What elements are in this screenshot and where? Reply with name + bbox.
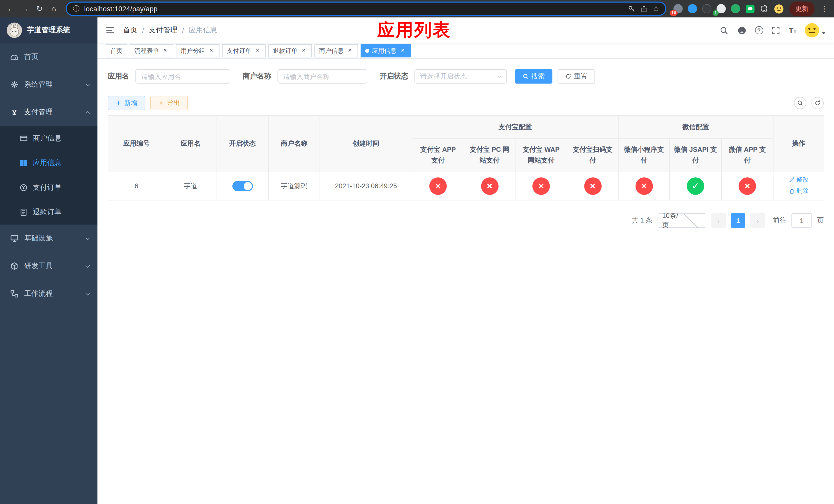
search-icon [523, 73, 529, 79]
status-select[interactable]: 请选择开启状态 [414, 69, 507, 84]
edit-link[interactable]: 修改 [789, 175, 809, 184]
goto-page-input[interactable] [791, 213, 812, 228]
close-icon[interactable]: × [161, 47, 169, 54]
share-icon[interactable] [638, 3, 650, 15]
browser-menu-kebab-icon[interactable]: ⋮ [819, 4, 830, 13]
yen-icon: ¥ [10, 108, 19, 117]
extension-icon-5[interactable] [729, 2, 742, 15]
sidebar-item-pay-order[interactable]: 支付订单 [0, 175, 97, 200]
merchant-name-input[interactable] [278, 69, 367, 84]
extension-icon-6[interactable] [743, 2, 756, 15]
sidebar-item-label: 工作流程 [24, 289, 53, 298]
hamburger-icon[interactable] [106, 26, 115, 35]
alipay-pc-status-icon: × [481, 177, 498, 195]
status-toggle[interactable] [232, 181, 253, 191]
url-bar[interactable]: ⓘ localhost:1024/pay/app ☆ [66, 2, 666, 16]
button-label: 导出 [167, 98, 180, 108]
site-info-icon[interactable]: ⓘ [73, 4, 80, 13]
bookmark-star-icon[interactable]: ☆ [650, 3, 662, 15]
navbar-actions: ? TT [719, 23, 826, 38]
gear-icon [10, 81, 19, 89]
app-logo-row[interactable]: 芋道管理系统 [0, 18, 97, 43]
extension-icon-1[interactable]: 10 [672, 2, 685, 15]
tab-label: 商户信息 [319, 46, 344, 55]
tab-refund-order[interactable]: 退款订单× [268, 44, 312, 58]
password-key-icon[interactable] [625, 3, 638, 15]
fullscreen-icon[interactable] [771, 25, 781, 36]
monitor-icon [10, 234, 19, 243]
column-group-alipay: 支付宝配置 [412, 116, 618, 139]
column-header-wx-jsapi: 微信 JSAPI 支付 [670, 139, 721, 172]
pagination: 共 1 条 10条/页 ‹ 1 › 前往 页 [108, 213, 824, 228]
column-header-alipay-qr: 支付宝扫码支付 [567, 139, 618, 172]
trash-icon [789, 188, 795, 194]
button-label: 新增 [124, 98, 137, 108]
breadcrumb-item[interactable]: 首页 [123, 26, 137, 35]
github-icon[interactable] [737, 25, 747, 36]
sidebar-item-home[interactable]: 首页 [0, 43, 97, 71]
column-header-app-name: 应用名 [165, 116, 216, 172]
export-button[interactable]: 导出 [150, 96, 188, 110]
sidebar-item-payment[interactable]: ¥ 支付管理 [0, 98, 97, 126]
wx-lite-status-icon: × [635, 177, 653, 195]
browser-home-button[interactable]: ⌂ [47, 2, 61, 15]
app-table: 应用编号 应用名 开启状态 商户名称 创建时间 支付宝配置 微信配置 操作 支付… [108, 115, 824, 201]
tab-label: 支付订单 [227, 46, 251, 55]
sidebar-item-infra[interactable]: 基础设施 [0, 225, 97, 252]
close-icon[interactable]: × [399, 47, 406, 54]
sidebar-item-label: 首页 [24, 52, 39, 62]
browser-update-button[interactable]: 更新 [789, 1, 814, 16]
close-icon[interactable]: × [208, 47, 215, 54]
extension-icon-2[interactable] [686, 2, 699, 15]
browser-forward-button[interactable]: → [19, 2, 32, 15]
extension-icon-3[interactable] [700, 2, 714, 15]
sidebar-item-label: 基础设施 [24, 234, 53, 243]
toggle-search-button[interactable] [794, 97, 806, 109]
cell-merchant-name: 芋道源码 [268, 172, 320, 200]
next-page-button[interactable]: › [750, 213, 765, 228]
column-header-status: 开启状态 [216, 116, 268, 172]
profile-avatar-icon[interactable] [772, 2, 785, 15]
sidebar-item-dev-tools[interactable]: 研发工具 [0, 252, 97, 280]
prev-page-button[interactable]: ‹ [711, 213, 726, 228]
column-header-alipay-app: 支付宝 APP 支付 [412, 139, 464, 172]
page-size-select[interactable]: 10条/页 [658, 213, 706, 228]
close-icon[interactable]: × [346, 47, 353, 54]
tab-process-form[interactable]: 流程表单× [130, 44, 173, 58]
sidebar: 芋道管理系统 首页 系统管理 ¥ 支付管理 商户信息 [0, 18, 97, 504]
help-question-icon[interactable]: ? [755, 26, 763, 35]
extension-icon-4[interactable]: 1 [715, 2, 728, 15]
close-icon[interactable]: × [300, 47, 307, 54]
add-button[interactable]: 新增 [108, 96, 145, 110]
status-label: 开启状态 [379, 72, 408, 81]
app-name-input[interactable] [135, 69, 230, 84]
search-button[interactable]: 搜索 [515, 69, 552, 84]
refresh-table-button[interactable] [811, 97, 824, 109]
button-label: 重置 [574, 72, 587, 81]
extension-badge: 10 [670, 10, 678, 16]
browser-reload-button[interactable]: ↻ [33, 2, 46, 15]
user-avatar[interactable] [804, 23, 826, 38]
tab-merchant-info[interactable]: 商户信息× [314, 44, 358, 58]
sidebar-item-refund-order[interactable]: 退款订单 [0, 200, 97, 225]
browser-back-button[interactable]: ← [4, 2, 18, 15]
close-icon[interactable]: × [254, 47, 261, 54]
filter-form: 应用名 商户名称 开启状态 请选择开启状态 搜索 重置 [108, 69, 824, 84]
sidebar-item-system[interactable]: 系统管理 [0, 71, 97, 98]
sidebar-item-label: 研发工具 [24, 261, 53, 271]
extensions-puzzle-icon[interactable] [758, 2, 771, 15]
delete-link[interactable]: 删除 [789, 186, 809, 196]
tab-app-info-active[interactable]: 应用信息× [360, 44, 411, 58]
app-logo [7, 23, 22, 38]
page-number-current[interactable]: 1 [731, 213, 745, 228]
reset-button[interactable]: 重置 [557, 69, 595, 84]
tab-pay-order[interactable]: 支付订单× [222, 44, 266, 58]
sidebar-item-app-info[interactable]: 应用信息 [0, 151, 97, 175]
tab-user-group[interactable]: 用户分组× [176, 44, 220, 58]
tab-home[interactable]: 首页 [106, 44, 127, 58]
search-icon[interactable] [719, 25, 729, 36]
sidebar-item-merchant-info[interactable]: 商户信息 [0, 126, 97, 151]
font-size-icon[interactable]: TT [789, 26, 796, 35]
sidebar-item-workflow[interactable]: 工作流程 [0, 280, 97, 307]
breadcrumb-item[interactable]: 支付管理 [149, 26, 177, 35]
